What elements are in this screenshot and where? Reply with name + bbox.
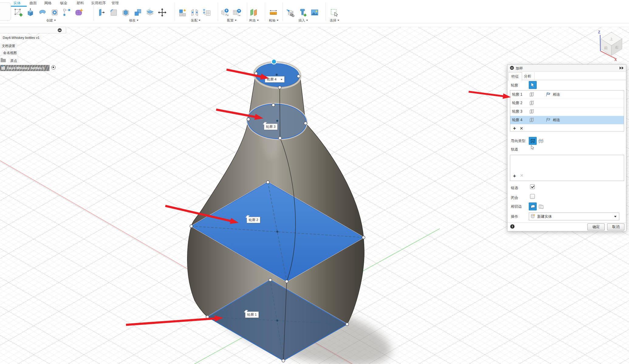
info-icon[interactable]: i bbox=[510, 224, 514, 229]
group-create-dropdown[interactable]: 创建 bbox=[42, 18, 60, 22]
group-insert-dropdown[interactable]: 插入 bbox=[294, 18, 312, 22]
browser-item-named-views[interactable]: 命名视图 bbox=[2, 50, 19, 56]
toolbar-separator bbox=[326, 2, 326, 21]
active-tab-underline bbox=[11, 6, 27, 7]
profile-1-label[interactable]: 轮廓 1 bbox=[245, 311, 259, 318]
toolbar-separator bbox=[282, 2, 283, 21]
insert-fastener-icon[interactable] bbox=[298, 8, 307, 17]
group-construct-dropdown[interactable]: 构造 bbox=[245, 18, 263, 22]
create-form-icon[interactable] bbox=[74, 8, 84, 17]
guide-type-rails-button[interactable] bbox=[529, 137, 537, 145]
connection-type-label[interactable]: 相连 bbox=[553, 117, 560, 123]
browser-document-title[interactable]: Day4-Whiskey bottles v1 bbox=[1, 35, 41, 40]
fillet-icon[interactable] bbox=[109, 8, 118, 17]
chain-selection-checkbox[interactable] bbox=[530, 184, 535, 189]
rails-label: 轨道 bbox=[511, 147, 518, 152]
collapse-dialog-icon[interactable] bbox=[510, 66, 514, 70]
profile-4-label-dropdown[interactable]: 轮廓 4 bbox=[265, 76, 285, 83]
group-assemble-dropdown[interactable]: 装配 bbox=[186, 18, 205, 22]
guide-type-centerline-button[interactable] bbox=[537, 137, 545, 145]
toolbar-separator bbox=[218, 2, 218, 21]
insert-derive-icon[interactable] bbox=[285, 8, 295, 17]
group-select-dropdown[interactable]: 选择 bbox=[325, 18, 344, 22]
create-sketch-icon[interactable] bbox=[13, 8, 23, 17]
tab-plastic[interactable]: 塑料 bbox=[77, 1, 84, 6]
profile-row-2[interactable]: 轮廓 2 bbox=[510, 99, 624, 107]
combine-icon[interactable] bbox=[133, 8, 142, 17]
tangent-edges-unmerged-button[interactable] bbox=[537, 202, 545, 210]
tab-manage[interactable]: 管理 bbox=[111, 1, 119, 6]
view-cube[interactable]: Z X 上 前 右 bbox=[597, 27, 627, 62]
profiles-label: 轮廓 bbox=[511, 83, 518, 88]
window-select-icon[interactable] bbox=[329, 8, 339, 17]
browser-item-active-component[interactable]: Day4-Whiskey bottles:1 bbox=[0, 65, 58, 71]
ribbon-toolbar: 实体 曲面 网格 钣金 塑料 实用程序 管理 bbox=[0, 0, 629, 23]
operation-select[interactable]: 新建实体 bbox=[529, 213, 619, 220]
measure-icon[interactable] bbox=[268, 8, 278, 17]
tab-sheetmetal[interactable]: 钣金 bbox=[60, 1, 67, 6]
collapse-browser-icon[interactable] bbox=[58, 28, 62, 32]
rails-list: + ✕ bbox=[510, 155, 624, 181]
tab-solid[interactable]: 实体 bbox=[13, 1, 21, 6]
extrude-icon[interactable] bbox=[26, 8, 35, 17]
configuration-table-icon[interactable] bbox=[232, 8, 241, 17]
group-construct-icons bbox=[249, 8, 258, 17]
joint-icon[interactable] bbox=[190, 8, 199, 17]
expand-dialog-icon[interactable] bbox=[619, 66, 624, 70]
press-pull-icon[interactable] bbox=[97, 8, 106, 17]
new-body-icon bbox=[531, 214, 535, 219]
chain-selection-label: 链选 bbox=[511, 185, 518, 191]
group-configure-dropdown[interactable]: 配置 bbox=[223, 18, 241, 22]
connection-type-label[interactable]: 相连 bbox=[553, 92, 560, 97]
z-axis-indicator bbox=[600, 35, 600, 51]
group-inspect-dropdown[interactable]: 检验 bbox=[265, 18, 283, 22]
browser-item-document-settings[interactable]: 文档设置 bbox=[0, 43, 17, 49]
cancel-button[interactable]: 取消 bbox=[607, 223, 624, 230]
profile-3-label[interactable]: 轮廓 3 bbox=[264, 124, 278, 130]
dialog-tabs: 特征 分析 bbox=[508, 71, 626, 80]
profile-2-label[interactable]: 轮廓 2 bbox=[247, 217, 260, 223]
remove-rail-button[interactable]: ✕ bbox=[520, 173, 524, 179]
group-modify-dropdown[interactable]: 修改 bbox=[125, 18, 143, 22]
rectangular-pattern-icon[interactable] bbox=[62, 8, 71, 17]
profile-row-3[interactable]: 轮廓 3 bbox=[510, 107, 624, 116]
remove-profile-button[interactable]: ✕ bbox=[520, 126, 523, 131]
profiles-select-button[interactable] bbox=[529, 81, 537, 89]
tab-feature[interactable]: 特征 bbox=[508, 72, 522, 81]
dialog-title-bar[interactable]: 放样 bbox=[508, 65, 626, 72]
cursor-icon bbox=[531, 83, 535, 87]
profile-row-4-selected[interactable]: 轮廓 4 相连 bbox=[510, 116, 624, 124]
revolve-icon[interactable] bbox=[38, 8, 47, 17]
shell-icon[interactable] bbox=[121, 8, 130, 17]
construction-plane-icon[interactable] bbox=[249, 8, 258, 17]
closed-checkbox[interactable] bbox=[530, 194, 535, 199]
new-component-icon[interactable] bbox=[178, 8, 187, 17]
connected-flag-icon[interactable] bbox=[546, 92, 551, 97]
component-tree-icon[interactable] bbox=[202, 8, 211, 17]
add-rail-button[interactable]: + bbox=[513, 173, 516, 179]
hole-icon[interactable] bbox=[50, 8, 59, 17]
insert-canvas-icon[interactable] bbox=[310, 8, 319, 17]
configure-icon[interactable] bbox=[220, 8, 229, 17]
connected-flag-icon[interactable] bbox=[546, 117, 551, 123]
tab-mesh[interactable]: 网格 bbox=[44, 1, 52, 6]
loft-profile-icon bbox=[529, 100, 535, 106]
rails-cursor-icon bbox=[531, 145, 535, 151]
ok-button[interactable]: 确定 bbox=[587, 223, 605, 230]
activate-component-radio[interactable] bbox=[51, 65, 56, 70]
group-select-icons bbox=[329, 8, 339, 17]
browser-item-origin[interactable]: 原点 bbox=[0, 58, 24, 63]
browser-header-bar[interactable] bbox=[0, 27, 66, 33]
move-copy-icon[interactable] bbox=[157, 8, 167, 17]
tangent-edges-merged-button[interactable] bbox=[529, 202, 537, 210]
loft-dialog: 放样 特征 分析 轮廓 轮廓 1 相连 轮廓 2 轮廓 bbox=[507, 64, 626, 231]
quick-access-panel[interactable] bbox=[0, 2, 11, 21]
selected-point-handle[interactable] bbox=[272, 59, 276, 64]
group-inspect-icons bbox=[268, 8, 278, 17]
chevron-down-icon[interactable] bbox=[281, 79, 282, 80]
add-profile-button[interactable]: + bbox=[513, 125, 516, 131]
offset-face-icon[interactable] bbox=[145, 8, 155, 17]
tab-surface[interactable]: 曲面 bbox=[29, 1, 37, 6]
tab-analysis[interactable]: 分析 bbox=[521, 72, 535, 80]
profile-row-1[interactable]: 轮廓 1 相连 bbox=[510, 90, 624, 99]
